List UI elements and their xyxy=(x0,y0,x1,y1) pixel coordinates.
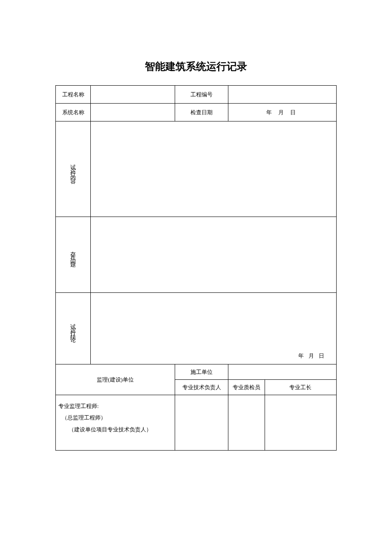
conclusion-date: 年 月 日 xyxy=(298,352,326,360)
form-table: 工程名称 工程编号 系统名称 检查日期 年 月 日 试运行内容 存在问题 试 xyxy=(55,85,337,451)
value-project-no[interactable] xyxy=(228,86,337,104)
label-trial-conclusion: 试运行结论 xyxy=(56,293,91,364)
label-foreman: 专业工长 xyxy=(265,380,336,395)
label-trial-content: 试运行内容 xyxy=(56,121,91,217)
value-foreman[interactable] xyxy=(265,395,336,451)
page-title: 智能建筑系统运行记录 xyxy=(55,60,337,73)
value-project-name[interactable] xyxy=(91,86,175,104)
label-issues: 存在问题 xyxy=(56,217,91,293)
label-check-date: 检查日期 xyxy=(175,104,228,121)
value-check-date[interactable]: 年 月 日 xyxy=(228,104,337,121)
label-project-no: 工程编号 xyxy=(175,86,228,104)
label-tech-lead: 专业技术负责人 xyxy=(175,380,228,395)
value-trial-conclusion[interactable]: 年 月 日 xyxy=(91,293,337,364)
label-system-name: 系统名称 xyxy=(56,104,91,121)
sig-line-1: 专业监理工程师: xyxy=(58,400,172,412)
value-construction-unit[interactable] xyxy=(228,364,337,380)
sig-line-2: （总监理工程师） xyxy=(58,412,172,423)
supervision-signature-block[interactable]: 专业监理工程师: （总监理工程师） （建设单位项目专业技术负责人） xyxy=(56,395,175,451)
label-construction-unit: 施工单位 xyxy=(175,364,228,380)
value-system-name[interactable] xyxy=(91,104,175,121)
label-supervision-unit: 监理(建设)单位 xyxy=(56,364,175,395)
value-issues[interactable] xyxy=(91,217,337,293)
label-quality-inspector: 专业质检员 xyxy=(228,380,265,395)
value-tech-lead[interactable] xyxy=(175,395,228,451)
label-project-name: 工程名称 xyxy=(56,86,91,104)
value-trial-content[interactable] xyxy=(91,121,337,217)
value-quality-inspector[interactable] xyxy=(228,395,265,451)
sig-line-3: （建设单位项目专业技术负责人） xyxy=(58,424,172,435)
